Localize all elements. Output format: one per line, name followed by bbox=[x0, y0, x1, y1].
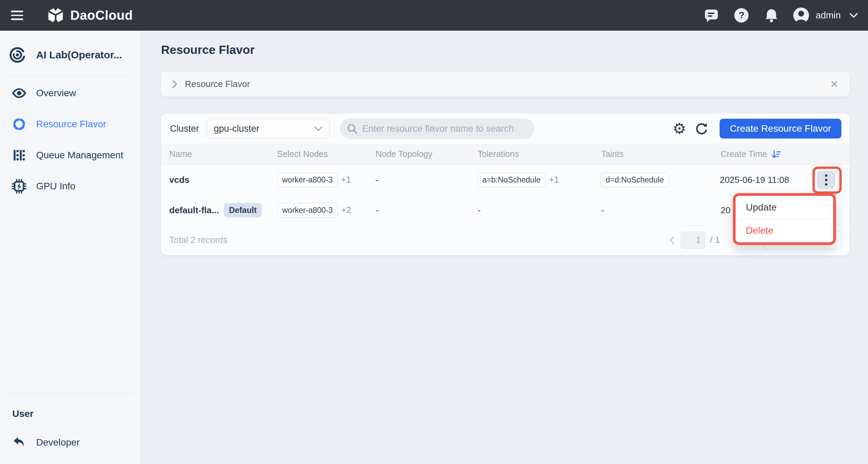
sidebar-bottom: User Developer bbox=[0, 393, 141, 458]
chevron-left-icon[interactable] bbox=[669, 235, 675, 245]
row-node-topology: - bbox=[375, 175, 477, 185]
sidebar-item-queue-management[interactable]: Queue Management bbox=[0, 140, 141, 171]
node-chip: worker-a800-3 bbox=[277, 203, 338, 218]
reply-arrow-icon bbox=[12, 436, 27, 449]
sidebar-item-label: Queue Management bbox=[36, 150, 123, 161]
breadcrumb-label: Resource Flavor bbox=[185, 79, 250, 89]
chat-icon[interactable] bbox=[704, 8, 719, 23]
row-select-nodes: worker-a800-3+2 bbox=[277, 203, 376, 218]
row-tolerations: - bbox=[478, 205, 601, 216]
top-navbar: DaoCloud ? bbox=[0, 0, 868, 31]
menu-item-update[interactable]: Update bbox=[736, 196, 833, 219]
column-header-taints: Taints bbox=[601, 149, 721, 159]
close-icon[interactable]: ✕ bbox=[830, 79, 839, 89]
toleration-chip: a=b:NoSchedule bbox=[477, 173, 546, 187]
sidebar-item-label: Overview bbox=[36, 88, 76, 99]
action-menu: Update Delete bbox=[736, 196, 833, 242]
more-count: +1 bbox=[341, 175, 351, 184]
more-count: +1 bbox=[549, 175, 559, 184]
row-tolerations: a=b:NoSchedule+1 bbox=[477, 173, 601, 187]
table-row: vcds worker-a800-3+1 - a=b:NoSchedule+1 … bbox=[161, 165, 850, 195]
sidebar-divider bbox=[8, 393, 133, 393]
sidebar-item-resource-flavor[interactable]: Resource Flavor bbox=[0, 108, 141, 140]
column-header-select-nodes: Select Nodes bbox=[277, 149, 376, 159]
row-name: vcds bbox=[169, 175, 277, 185]
sync-circle-icon bbox=[12, 117, 27, 131]
search-input[interactable] bbox=[362, 124, 527, 134]
column-header-tolerations: Tolerations bbox=[478, 149, 601, 159]
sort-descending-icon[interactable] bbox=[771, 149, 781, 159]
more-count: +2 bbox=[341, 205, 351, 215]
sidebar-item-label: GPU Info bbox=[36, 181, 75, 192]
total-records: Total 2 records bbox=[169, 235, 228, 245]
ai-lab-target-icon bbox=[9, 46, 26, 63]
node-chip: worker-a800-3 bbox=[277, 173, 338, 187]
help-glyph: ? bbox=[739, 10, 744, 21]
username-label: admin bbox=[815, 10, 841, 21]
taint-chip: d=d:NoSchedule bbox=[601, 173, 669, 187]
brand-logo[interactable]: DaoCloud bbox=[46, 6, 133, 25]
more-vertical-icon[interactable] bbox=[817, 171, 835, 189]
sidebar-item-developer[interactable]: Developer bbox=[0, 427, 141, 458]
cluster-label: Cluster bbox=[170, 124, 199, 134]
chevron-right-icon[interactable] bbox=[172, 80, 177, 89]
refresh-icon[interactable] bbox=[694, 121, 709, 136]
action-menu-highlight-annotation: Update Delete bbox=[733, 193, 836, 245]
column-header-node-topology: Node Topology bbox=[376, 149, 478, 159]
workspace-label: AI Lab(Operator... bbox=[36, 49, 122, 61]
column-header-create-time: Create Time bbox=[721, 149, 767, 159]
gpu-chip-icon bbox=[12, 179, 27, 194]
table-toolbar: Cluster gpu-cluster ⚙ Create Reso bbox=[161, 114, 850, 144]
search-icon bbox=[347, 123, 358, 134]
row-node-topology: - bbox=[376, 205, 478, 216]
navbar-right-group: ? bbox=[689, 7, 858, 24]
row-taints: d=d:NoSchedule bbox=[601, 173, 720, 187]
row-select-nodes: worker-a800-3+1 bbox=[277, 173, 376, 187]
sidebar: AI Lab(Operator... Overview R bbox=[0, 31, 141, 464]
default-badge: Default bbox=[224, 203, 262, 217]
breadcrumb-bar: Resource Flavor ✕ bbox=[161, 72, 850, 97]
sidebar-item-overview[interactable]: Overview bbox=[0, 77, 141, 108]
page-number-input-box bbox=[681, 232, 705, 249]
search-box bbox=[340, 118, 534, 139]
table-header: Name Select Nodes Node Topology Tolerati… bbox=[161, 144, 850, 165]
avatar bbox=[793, 7, 809, 24]
row-name: default-fla... bbox=[169, 205, 219, 216]
user-section-label: User bbox=[12, 408, 141, 419]
row-create-time: 2025-06-19 11:08 bbox=[720, 175, 817, 185]
page-title: Resource Flavor bbox=[161, 43, 255, 57]
daocloud-cube-icon bbox=[46, 6, 65, 25]
row-taints: - bbox=[601, 205, 721, 216]
column-header-name: Name bbox=[169, 149, 277, 159]
chevron-down-icon bbox=[314, 126, 322, 131]
help-icon[interactable]: ? bbox=[734, 8, 749, 23]
hamburger-menu-icon[interactable] bbox=[11, 11, 23, 20]
queue-columns-icon bbox=[12, 148, 27, 162]
sidebar-item-label: Resource Flavor bbox=[36, 119, 106, 130]
cluster-select[interactable]: gpu-cluster bbox=[207, 119, 330, 139]
brand-name: DaoCloud bbox=[70, 8, 133, 23]
sidebar-item-gpu-info[interactable]: GPU Info bbox=[0, 171, 141, 202]
page-total: / 1 bbox=[710, 235, 720, 245]
notification-bell-icon[interactable] bbox=[764, 8, 779, 23]
page-number-input[interactable] bbox=[681, 235, 705, 245]
app-root: DaoCloud ? bbox=[0, 0, 868, 464]
cluster-select-value: gpu-cluster bbox=[214, 124, 260, 134]
eye-icon bbox=[12, 88, 27, 98]
create-resource-flavor-button[interactable]: Create Resource Flavor bbox=[720, 119, 841, 139]
user-menu[interactable]: admin bbox=[793, 7, 858, 24]
menu-item-delete[interactable]: Delete bbox=[736, 219, 833, 243]
gear-icon[interactable]: ⚙ bbox=[673, 121, 686, 136]
sidebar-item-label: Developer bbox=[36, 437, 80, 448]
workspace-switcher[interactable]: AI Lab(Operator... bbox=[0, 31, 141, 63]
sidebar-nav: Overview Resource Flavor bbox=[0, 77, 141, 202]
sidebar-divider bbox=[8, 76, 133, 77]
chevron-down-icon bbox=[850, 13, 858, 18]
